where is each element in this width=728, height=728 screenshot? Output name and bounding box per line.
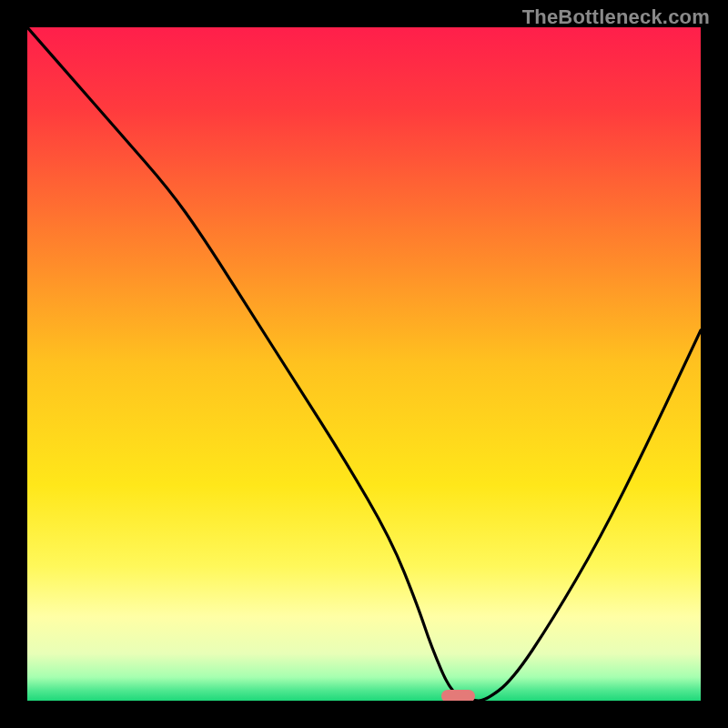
bottleneck-curve (27, 27, 701, 701)
optimal-marker (441, 690, 475, 701)
plot-area (27, 27, 701, 701)
chart-frame: TheBottleneck.com (0, 0, 728, 728)
watermark-text: TheBottleneck.com (522, 5, 710, 29)
